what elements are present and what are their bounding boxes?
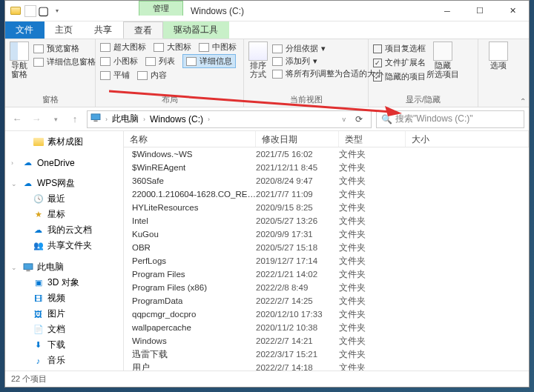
autosize-columns-button[interactable]: 将所有列调整为合适的大小 [272,68,383,79]
chevron-right-icon[interactable]: › [206,116,211,123]
nav-item[interactable]: ⌄☁WPS网盘 [11,176,123,191]
back-button[interactable]: ← [10,112,24,127]
layout-md-icons[interactable]: 中图标 [199,41,237,53]
maximize-button[interactable]: ☐ [464,1,496,21]
tab-drive-tools[interactable]: 驱动器工具 [163,21,229,39]
file-row[interactable]: HYLiteResources2020/9/15 8:25文件夹 [124,201,529,214]
nav-item[interactable]: 🖼图片 [11,306,123,322]
nav-label: 共享文件夹 [47,239,92,252]
nav-item[interactable]: ▣3D 对象 [11,275,123,290]
qat-item-2[interactable]: ▢ [38,6,48,16]
file-date: 2020/12/10 17:33 [256,310,339,319]
col-size[interactable]: 大小 [406,131,529,147]
file-date: 2019/12/7 17:14 [256,256,339,265]
ribbon-collapse-button[interactable]: ⌃ [520,97,526,105]
nav-item[interactable]: 🕓最近 [11,191,123,207]
nav-item[interactable]: ☁我的云文档 [11,222,123,238]
breadcrumb-this-pc[interactable]: 此电脑 [112,113,139,125]
forward-button[interactable]: → [29,112,44,127]
nav-item[interactable]: 👥共享文件夹 [11,238,123,253]
music-icon: ♪ [33,355,44,366]
file-name: 迅雷下载 [132,349,168,360]
file-name: Windows [132,336,167,345]
preview-pane-button[interactable]: 预览窗格 [33,43,96,54]
layout-details[interactable]: 详细信息 [182,54,236,68]
tab-view[interactable]: 查看 [123,21,163,39]
layout-xl-icons[interactable]: 超大图标 [100,41,146,53]
navigation-pane[interactable]: 素材成图›☁OneDrive⌄☁WPS网盘🕓最近★星标☁我的云文档👥共享文件夹⌄… [5,131,124,371]
file-ext-toggle[interactable]: ✓文件扩展名 [373,57,426,68]
file-name: PerfLogs [132,256,166,265]
svg-rect-3 [93,120,97,122]
file-type: 文件夹 [339,242,406,253]
minimize-button[interactable]: ─ [431,1,464,21]
file-row[interactable]: Intel2020/5/27 13:26文件夹 [124,214,529,227]
file-row[interactable]: 迅雷下载2022/3/17 15:21文件夹 [124,348,529,361]
file-row[interactable]: PerfLogs2019/12/7 17:14文件夹 [124,254,529,268]
qat-dropdown[interactable]: ▾ [50,4,65,19]
group-label-current: 当前视图 [244,94,368,105]
layout-content[interactable]: 内容 [137,70,167,81]
col-type[interactable]: 类型 [339,131,406,147]
layout-sm-icons[interactable]: 小图标 [100,54,138,68]
up-button[interactable]: ↑ [67,112,82,127]
details-pane-button[interactable]: 详细信息窗格 [33,56,96,67]
file-date: 2021/12/11 8:45 [256,163,339,172]
refresh-button[interactable]: ⟳ [350,114,368,124]
chevron-right-icon[interactable]: › [142,116,147,123]
file-row[interactable]: Program Files2022/1/21 14:02文件夹 [124,268,529,281]
qat-item-1[interactable] [24,5,36,17]
file-row[interactable]: wallpapercache2020/11/2 10:38文件夹 [124,321,529,334]
tab-share[interactable]: 共享 [84,21,123,39]
group-by-button[interactable]: 分组依据 ▾ [272,43,383,54]
layout-lg-icons[interactable]: 大图标 [154,41,191,53]
file-row[interactable]: qqpcmgr_docpro2020/12/10 17:33文件夹 [124,308,529,321]
file-type: 文件夹 [339,176,406,187]
file-row[interactable]: $WinREAgent2021/12/11 8:45文件夹 [124,161,529,174]
nav-item[interactable]: ⌄此电脑 [11,259,123,275]
layout-list[interactable]: 列表 [145,54,175,68]
add-columns-button[interactable]: 添加列 ▾ [272,56,383,67]
pc-icon [22,262,33,273]
layout-tiles[interactable]: 平铺 [100,70,130,81]
file-type: 文件夹 [339,216,406,227]
tab-home[interactable]: 主页 [44,21,84,39]
address-bar[interactable]: › 此电脑 › Windows (C:) › v ⟳ [87,110,372,128]
file-name: qqpcmgr_docpro [132,310,196,319]
nav-item[interactable]: ♪音乐 [11,353,123,368]
window-controls: ─ ☐ ✕ [431,1,529,21]
file-row[interactable]: 360Safe2020/8/24 9:47文件夹 [124,174,529,187]
item-checkboxes-toggle[interactable]: 项目复选框 [373,43,426,54]
folder-icon [33,136,44,147]
nav-item[interactable]: ›☁OneDrive [11,156,123,170]
file-list[interactable]: $Windows.~WS2021/7/5 16:02文件夹$WinREAgent… [124,147,529,371]
file-row[interactable]: 用户2022/2/7 14:18文件夹 [124,361,529,371]
file-row[interactable]: Windows2022/2/7 14:21文件夹 [124,334,529,348]
file-row[interactable]: 22000.1.210604-1628.CO_RELEASE_S...2021/… [124,187,529,201]
nav-item[interactable]: ★星标 [11,207,123,222]
breadcrumb-drive-c[interactable]: Windows (C:) [150,114,203,124]
window-title: Windows (C:) [191,6,244,16]
search-input[interactable]: 🔍 搜索"Windows (C:)" [376,110,524,128]
chevron-right-icon[interactable]: › [104,116,109,123]
address-dropdown[interactable]: v [341,116,348,123]
file-row[interactable]: $Windows.~WS2021/7/5 16:02文件夹 [124,147,529,161]
col-name[interactable]: 名称 [124,131,256,147]
nav-label: 此电脑 [37,261,64,273]
col-date[interactable]: 修改日期 [256,131,339,147]
tab-file[interactable]: 文件 [5,21,44,39]
nav-item[interactable]: 🎞视频 [11,290,123,306]
file-row[interactable]: Program Files (x86)2022/2/8 8:49文件夹 [124,281,529,294]
close-button[interactable]: ✕ [496,1,529,21]
nav-item[interactable]: 📄文档 [11,322,123,337]
file-row[interactable]: OBR2020/5/27 15:18文件夹 [124,241,529,254]
hidden-items-toggle[interactable]: ✓隐藏的项目 [373,71,426,82]
video-icon: 🎞 [33,293,44,304]
nav-item[interactable]: 素材成图 [11,134,123,150]
nav-label: 素材成图 [47,136,83,148]
recent-locations-button[interactable]: ▾ [48,112,63,127]
nav-item[interactable]: ⬇下载 [11,337,123,353]
options-button[interactable]: 选项 [483,41,514,70]
file-row[interactable]: KuGou2020/9/9 17:31文件夹 [124,227,529,241]
file-row[interactable]: ProgramData2022/2/7 14:25文件夹 [124,294,529,308]
